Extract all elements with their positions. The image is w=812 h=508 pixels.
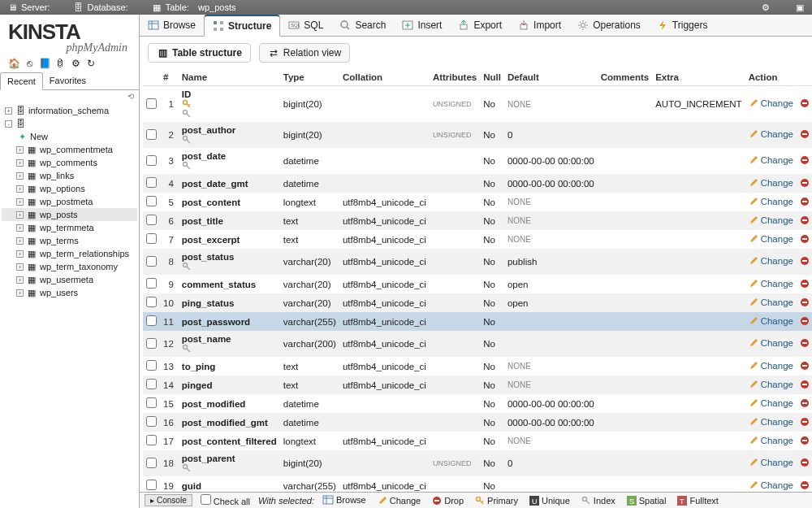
- logout-icon[interactable]: ⎋: [24, 58, 35, 69]
- row-checkbox[interactable]: [146, 397, 157, 408]
- bottom-fulltext[interactable]: T Fulltext: [677, 496, 718, 506]
- change-link[interactable]: Change: [749, 279, 793, 289]
- check-all[interactable]: Check all: [201, 494, 250, 506]
- tree-item[interactable]: +▦wp_terms: [2, 234, 137, 247]
- settings-gear-icon[interactable]: ⚙: [760, 2, 771, 13]
- tree-item[interactable]: +▦wp_options: [2, 182, 137, 195]
- bottom-change[interactable]: Change: [378, 496, 421, 506]
- tree-toggle-icon[interactable]: +: [16, 276, 24, 284]
- tab-favorites[interactable]: Favorites: [43, 72, 93, 89]
- panel-toggle-icon[interactable]: ▣: [794, 2, 806, 13]
- tree-toggle-icon[interactable]: +: [16, 250, 24, 258]
- tree-item[interactable]: +▦wp_users: [2, 286, 137, 299]
- change-link[interactable]: Change: [749, 480, 793, 490]
- tab-operations[interactable]: Operations: [569, 15, 649, 36]
- th-name[interactable]: Name: [179, 69, 280, 86]
- row-checkbox[interactable]: [146, 233, 157, 244]
- tab-browse[interactable]: Browse: [140, 15, 204, 36]
- change-link[interactable]: Change: [749, 380, 793, 389]
- reload-icon[interactable]: ↻: [85, 58, 97, 69]
- crumb-database[interactable]: 🗄 Database:: [72, 2, 127, 13]
- row-checkbox[interactable]: [146, 155, 157, 166]
- bottom-unique[interactable]: U Unique: [529, 496, 570, 506]
- change-link[interactable]: Change: [749, 417, 793, 427]
- tree-item[interactable]: +▦wp_commentmeta: [2, 143, 137, 156]
- change-link[interactable]: Change: [749, 297, 793, 307]
- row-checkbox[interactable]: [146, 256, 157, 267]
- th-type[interactable]: Type: [280, 69, 339, 86]
- tree-item[interactable]: +▦wp_links: [2, 169, 137, 182]
- tree-item[interactable]: +▦wp_postmeta: [2, 195, 137, 208]
- tree-toggle-icon[interactable]: +: [16, 237, 24, 245]
- drop-link[interactable]: Drop: [800, 279, 812, 289]
- drop-link[interactable]: Drop: [800, 129, 812, 139]
- drop-link[interactable]: Drop: [800, 215, 812, 225]
- tree-toggle-icon[interactable]: +: [16, 198, 24, 206]
- drop-link[interactable]: Drop: [800, 316, 812, 326]
- drop-link[interactable]: Drop: [800, 234, 812, 244]
- change-link[interactable]: Change: [749, 155, 793, 165]
- change-link[interactable]: Change: [749, 197, 793, 206]
- row-checkbox[interactable]: [146, 215, 157, 225]
- drop-link[interactable]: Drop: [800, 338, 812, 348]
- tree-toggle-icon[interactable]: +: [5, 107, 12, 115]
- change-link[interactable]: Change: [749, 361, 793, 371]
- drop-link[interactable]: Drop: [800, 458, 812, 467]
- drop-link[interactable]: Drop: [800, 417, 812, 427]
- bottom-primary[interactable]: Primary: [475, 496, 518, 506]
- drop-link[interactable]: Drop: [800, 256, 812, 266]
- drop-link[interactable]: Drop: [800, 297, 812, 307]
- bottom-drop[interactable]: Drop: [432, 496, 464, 506]
- tree-item[interactable]: +▦wp_termmeta: [2, 221, 137, 234]
- tree-item[interactable]: +▦wp_term_relationships: [2, 247, 137, 260]
- change-link[interactable]: Change: [749, 316, 793, 326]
- tab-sql[interactable]: SQLSQL: [280, 15, 331, 36]
- th-null[interactable]: Null: [480, 69, 504, 86]
- th-num[interactable]: #: [160, 69, 179, 86]
- th-default[interactable]: Default: [504, 69, 598, 86]
- row-checkbox[interactable]: [146, 129, 157, 140]
- row-checkbox[interactable]: [146, 315, 157, 326]
- tree-item[interactable]: +▦wp_usermeta: [2, 273, 137, 286]
- change-link[interactable]: Change: [749, 215, 793, 225]
- row-checkbox[interactable]: [146, 177, 157, 188]
- drop-link[interactable]: Drop: [800, 436, 812, 445]
- th-attributes[interactable]: Attributes: [430, 69, 480, 86]
- row-checkbox[interactable]: [146, 196, 157, 206]
- tree-item[interactable]: +▦wp_term_taxonomy: [2, 260, 137, 273]
- th-comments[interactable]: Comments: [598, 69, 652, 86]
- change-link[interactable]: Change: [749, 338, 793, 348]
- row-checkbox[interactable]: [146, 379, 157, 389]
- tab-recent[interactable]: Recent: [0, 72, 43, 90]
- drop-link[interactable]: Drop: [800, 155, 812, 165]
- tab-search[interactable]: Search: [331, 15, 394, 36]
- change-link[interactable]: Change: [749, 129, 793, 139]
- tree-toggle-icon[interactable]: +: [16, 211, 24, 219]
- crumb-server[interactable]: 🖥 Server:: [6, 2, 50, 13]
- row-checkbox[interactable]: [146, 435, 157, 445]
- tree-toggle-icon[interactable]: +: [16, 289, 24, 297]
- row-checkbox[interactable]: [146, 458, 157, 468]
- tree-item[interactable]: ✦New: [2, 130, 137, 143]
- tab-structure[interactable]: Structure: [204, 15, 280, 37]
- row-checkbox[interactable]: [146, 278, 157, 289]
- console-button[interactable]: ▸ Console: [145, 494, 192, 506]
- drop-link[interactable]: Drop: [800, 398, 812, 408]
- th-collation[interactable]: Collation: [339, 69, 430, 86]
- tree-toggle-icon[interactable]: +: [16, 224, 24, 232]
- tree-collapse-icon[interactable]: ⟲: [127, 92, 134, 101]
- row-checkbox[interactable]: [146, 416, 157, 427]
- drop-link[interactable]: Drop: [800, 178, 812, 188]
- change-link[interactable]: Change: [749, 458, 793, 467]
- change-link[interactable]: Change: [749, 436, 793, 445]
- crumb-table[interactable]: ▦ Table: wp_posts: [151, 2, 236, 13]
- subtab-relation-view[interactable]: ⇄ Relation view: [259, 43, 350, 63]
- tree-toggle-icon[interactable]: +: [16, 185, 24, 193]
- change-link[interactable]: Change: [749, 98, 793, 108]
- bottom-browse[interactable]: Browse: [322, 494, 366, 506]
- tree-toggle-icon[interactable]: +: [16, 172, 24, 180]
- docs-icon[interactable]: 📘: [39, 58, 50, 69]
- tree-item[interactable]: +▦wp_posts: [2, 208, 137, 221]
- drop-link[interactable]: Drop: [800, 361, 812, 371]
- tab-export[interactable]: Export: [450, 15, 510, 36]
